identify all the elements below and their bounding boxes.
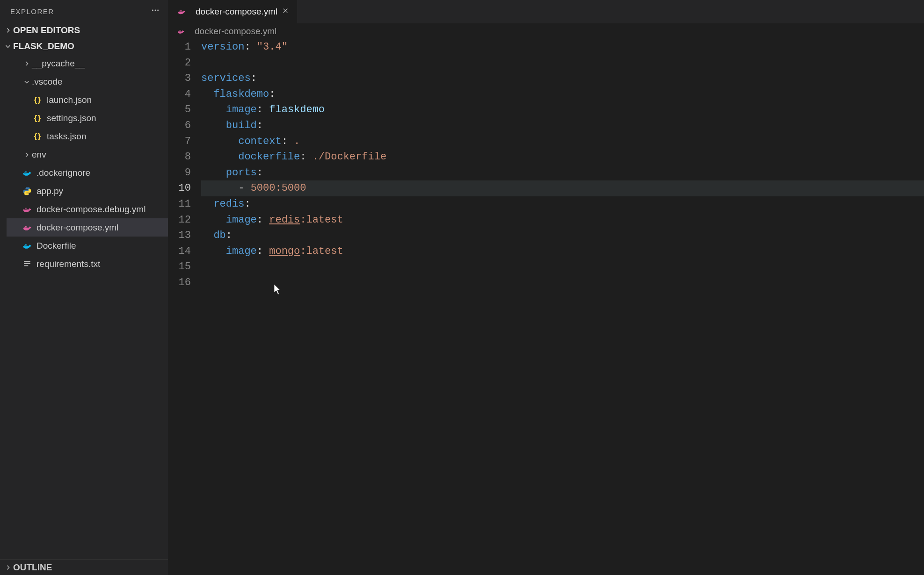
- line-number: 10: [168, 180, 191, 196]
- file-compose[interactable]: docker-compose.yml: [7, 218, 168, 237]
- chevron-right-icon: [4, 563, 12, 572]
- outline-section[interactable]: OUTLINE: [0, 559, 168, 575]
- file-label: .dockerignore: [36, 168, 90, 178]
- sidebar: EXPLORER OPEN EDITORS FLASK_DEMO __pycac…: [0, 0, 168, 575]
- docker-compose-icon: [22, 223, 32, 232]
- more-actions-icon[interactable]: [151, 6, 160, 17]
- chevron-down-icon: [4, 42, 12, 50]
- docker-icon: [22, 241, 32, 251]
- file-app-py[interactable]: app.py: [7, 182, 168, 200]
- file-dockerfile[interactable]: Dockerfile: [7, 237, 168, 255]
- code-line[interactable]: - 5000:5000: [201, 180, 924, 196]
- python-icon: [22, 187, 32, 196]
- file-dockerignore[interactable]: .dockerignore: [7, 164, 168, 182]
- line-number: 8: [168, 149, 191, 165]
- code-line[interactable]: [201, 259, 924, 275]
- json-icon: { }: [33, 95, 42, 105]
- docker-compose-icon: [177, 7, 186, 16]
- svg-point-4: [28, 194, 29, 194]
- outline-label: OUTLINE: [13, 562, 52, 573]
- svg-point-3: [26, 188, 27, 189]
- code-line[interactable]: redis:: [201, 196, 924, 212]
- code-line[interactable]: ports:: [201, 165, 924, 181]
- line-number: 12: [168, 212, 191, 228]
- code-line[interactable]: image: flaskdemo: [201, 102, 924, 118]
- code-line[interactable]: dockerfile: ./Dockerfile: [201, 149, 924, 165]
- close-icon[interactable]: [282, 7, 289, 16]
- line-gutter: 1 2 3 4 5 6 7 8 9 10 11 12 13 14 15 16: [168, 39, 201, 291]
- sidebar-bottom: OUTLINE: [0, 559, 168, 575]
- folder-label: env: [32, 150, 46, 160]
- code-line[interactable]: services:: [201, 71, 924, 86]
- breadcrumb[interactable]: docker-compose.yml: [168, 23, 924, 39]
- line-number: 14: [168, 244, 191, 259]
- line-number: 1: [168, 39, 191, 55]
- code-line[interactable]: db:: [201, 228, 924, 244]
- tab-bar: docker-compose.yml: [168, 0, 924, 23]
- chevron-right-icon: [22, 151, 31, 159]
- text-file-icon: [22, 259, 32, 269]
- line-number: 4: [168, 86, 191, 102]
- file-launch-json[interactable]: { } launch.json: [7, 91, 168, 109]
- svg-point-1: [155, 9, 156, 11]
- svg-point-2: [157, 9, 159, 11]
- code-editor[interactable]: 1 2 3 4 5 6 7 8 9 10 11 12 13 14 15 16 v…: [168, 39, 924, 291]
- code-line[interactable]: [201, 55, 924, 71]
- line-number: 7: [168, 134, 191, 150]
- code-line[interactable]: [201, 275, 924, 291]
- code-line[interactable]: version: "3.4": [201, 39, 924, 55]
- project-section[interactable]: FLASK_DEMO: [0, 38, 168, 54]
- file-label: docker-compose.yml: [36, 223, 118, 233]
- tab-docker-compose[interactable]: docker-compose.yml: [168, 0, 298, 23]
- open-editors-section[interactable]: OPEN EDITORS: [0, 22, 168, 38]
- line-number: 16: [168, 275, 191, 291]
- json-icon: { }: [33, 132, 42, 141]
- file-label: Dockerfile: [36, 241, 76, 251]
- folder-label: __pycache__: [32, 58, 85, 69]
- file-label: docker-compose.debug.yml: [36, 204, 146, 215]
- main-area: docker-compose.yml docker-compose.yml 1 …: [168, 0, 924, 575]
- chevron-right-icon: [22, 59, 31, 68]
- file-tree: __pycache__ .vscode { } launch.json { } …: [0, 54, 168, 273]
- chevron-right-icon: [4, 26, 12, 35]
- svg-point-0: [152, 9, 153, 11]
- line-number: 15: [168, 259, 191, 275]
- folder-env[interactable]: env: [7, 145, 168, 164]
- line-number: 3: [168, 71, 191, 86]
- folder-vscode[interactable]: .vscode: [7, 72, 168, 91]
- line-number: 5: [168, 102, 191, 118]
- code-content[interactable]: version: "3.4" services: flaskdemo: imag…: [201, 39, 924, 291]
- docker-compose-icon: [177, 27, 185, 36]
- code-line[interactable]: flaskdemo:: [201, 86, 924, 102]
- file-label: app.py: [36, 186, 63, 196]
- folder-label: .vscode: [32, 77, 62, 87]
- folder-pycache[interactable]: __pycache__: [7, 54, 168, 72]
- chevron-down-icon: [22, 78, 31, 86]
- docker-compose-icon: [22, 205, 32, 214]
- code-line[interactable]: build:: [201, 118, 924, 134]
- sidebar-header: EXPLORER: [0, 0, 168, 22]
- tab-label: docker-compose.yml: [196, 7, 277, 17]
- file-label: tasks.json: [47, 131, 86, 142]
- line-number: 2: [168, 55, 191, 71]
- line-number: 13: [168, 228, 191, 244]
- line-number: 6: [168, 118, 191, 134]
- breadcrumb-file: docker-compose.yml: [195, 26, 276, 36]
- file-compose-debug[interactable]: docker-compose.debug.yml: [7, 200, 168, 218]
- file-requirements[interactable]: requirements.txt: [7, 255, 168, 273]
- open-editors-label: OPEN EDITORS: [13, 25, 80, 36]
- code-line[interactable]: context: .: [201, 134, 924, 150]
- file-label: settings.json: [47, 113, 96, 123]
- sidebar-title: EXPLORER: [10, 7, 54, 15]
- project-label: FLASK_DEMO: [13, 41, 74, 51]
- file-settings-json[interactable]: { } settings.json: [7, 109, 168, 127]
- docker-icon: [22, 168, 32, 178]
- file-tasks-json[interactable]: { } tasks.json: [7, 127, 168, 145]
- file-label: launch.json: [47, 95, 92, 105]
- code-line[interactable]: image: mongo:latest: [201, 244, 924, 259]
- code-line[interactable]: image: redis:latest: [201, 212, 924, 228]
- line-number: 11: [168, 196, 191, 212]
- json-icon: { }: [33, 114, 42, 123]
- line-number: 9: [168, 165, 191, 181]
- file-label: requirements.txt: [36, 259, 100, 269]
